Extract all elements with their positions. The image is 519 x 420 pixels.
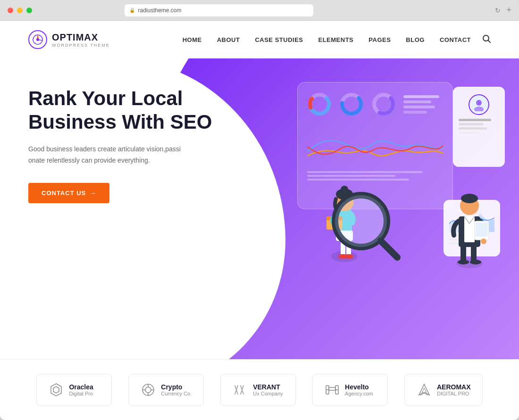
nav-pages[interactable]: PAGES <box>368 36 391 43</box>
brand-crypto: Crypto Currency Co. <box>128 374 204 406</box>
crypto-desc: Currency Co. <box>161 391 192 396</box>
logo[interactable]: OPTIMAX WORDPRESS THEME <box>28 30 110 49</box>
donut-chart-1 <box>307 92 332 116</box>
close-dot[interactable] <box>8 8 13 13</box>
brand-verant: VERANT Ux Company <box>220 374 296 406</box>
svg-point-39 <box>461 194 478 203</box>
browser-chrome: 🔒 radiustheme.com ↻ + <box>0 0 519 21</box>
refresh-button[interactable]: ↻ <box>495 7 501 14</box>
contact-btn-arrow: → <box>90 189 96 197</box>
nav-about[interactable]: ABOUT <box>217 36 240 43</box>
person-right-figure <box>444 172 495 271</box>
new-tab-button[interactable]: + <box>506 5 511 15</box>
svg-rect-31 <box>460 245 466 263</box>
svg-rect-44 <box>329 387 335 390</box>
nav-blog[interactable]: BLOG <box>406 36 425 43</box>
search-button[interactable] <box>482 34 491 45</box>
svg-point-2 <box>36 38 39 41</box>
verant-desc: Ux Company <box>253 391 283 396</box>
svg-point-11 <box>476 100 482 106</box>
magnifier-icon <box>326 186 401 261</box>
search-icon <box>482 34 491 43</box>
crypto-logo <box>140 382 156 398</box>
url-text: radiustheme.com <box>138 7 181 14</box>
aeromax-name: AEROMAX <box>437 383 471 391</box>
logo-text: OPTIMAX WORDPRESS THEME <box>52 32 110 48</box>
donut-row <box>307 92 443 116</box>
url-bar[interactable]: 🔒 radiustheme.com <box>125 4 313 16</box>
profile-avatar <box>469 94 489 115</box>
crypto-name: Crypto <box>161 383 192 391</box>
svg-rect-32 <box>471 245 477 263</box>
verant-text: VERANT Ux Company <box>253 383 283 396</box>
nav-home[interactable]: HOME <box>183 36 202 43</box>
svg-line-27 <box>381 241 397 257</box>
verant-logo <box>232 382 248 398</box>
svg-point-12 <box>474 107 484 111</box>
nav-case-studies[interactable]: CASE STUDIES <box>255 36 303 43</box>
hevelto-text: Hevelto Agency.com <box>345 383 373 396</box>
oraclea-desc: Digital Pro <box>69 391 93 396</box>
oraclea-text: Oraclea Digital Pro <box>69 383 93 396</box>
hevelto-desc: Agency.com <box>345 391 373 396</box>
logo-icon <box>28 30 47 49</box>
hevelto-name: Hevelto <box>345 383 373 391</box>
site-header: OPTIMAX WORDPRESS THEME HOME ABOUT CASE … <box>0 21 519 58</box>
logo-subtitle: WORDPRESS THEME <box>52 43 110 48</box>
crypto-text: Crypto Currency Co. <box>161 383 192 396</box>
maximize-dot[interactable] <box>26 8 32 13</box>
contact-us-button[interactable]: CONTACT US → <box>28 183 109 203</box>
minimize-dot[interactable] <box>17 8 23 13</box>
donut-chart-3 <box>371 92 396 116</box>
hero-title: Rank Your Local Business With SEO <box>28 87 226 134</box>
profile-card <box>453 87 505 167</box>
brand-aeromax: AEROMAX DIGITAL PRO <box>404 374 483 406</box>
logo-name: OPTIMAX <box>52 32 110 43</box>
svg-rect-36 <box>476 222 488 237</box>
svg-point-3 <box>483 35 489 41</box>
aeromax-logo <box>416 382 432 398</box>
brand-oraclea: Oraclea Digital Pro <box>36 374 112 406</box>
chart-text-lines <box>403 92 443 116</box>
verant-name: VERANT <box>253 383 283 391</box>
lock-icon: 🔒 <box>129 8 135 13</box>
contact-btn-label: CONTACT US <box>42 189 86 197</box>
main-nav: HOME ABOUT CASE STUDIES ELEMENTS PAGES B… <box>183 36 471 43</box>
profile-lines <box>459 119 499 134</box>
website-content: OPTIMAX WORDPRESS THEME HOME ABOUT CASE … <box>0 21 519 420</box>
oraclea-name: Oraclea <box>69 383 93 391</box>
hero-description: Good business leaders create articulate … <box>28 144 189 166</box>
hero-text-content: Rank Your Local Business With SEO Good b… <box>28 87 226 203</box>
donut-chart-2 <box>339 92 364 116</box>
svg-rect-34 <box>464 216 475 242</box>
aeromax-text: AEROMAX DIGITAL PRO <box>437 383 471 396</box>
aeromax-desc: DIGITAL PRO <box>437 391 471 396</box>
brand-hevelto: Hevelto Agency.com <box>312 374 388 406</box>
hero-illustration <box>269 68 505 266</box>
browser-window: 🔒 radiustheme.com ↻ + OPTIMAX WORDPRESS … <box>0 0 519 420</box>
brands-section: Oraclea Digital Pro Crypto Currency Co. <box>0 359 519 420</box>
svg-point-37 <box>481 239 486 244</box>
hevelto-logo <box>324 382 340 398</box>
oraclea-logo <box>48 382 64 398</box>
hero-section: Rank Your Local Business With SEO Good b… <box>0 58 519 359</box>
svg-point-41 <box>145 387 151 393</box>
nav-elements[interactable]: ELEMENTS <box>318 36 353 43</box>
nav-contact[interactable]: CONTACT <box>440 36 471 43</box>
